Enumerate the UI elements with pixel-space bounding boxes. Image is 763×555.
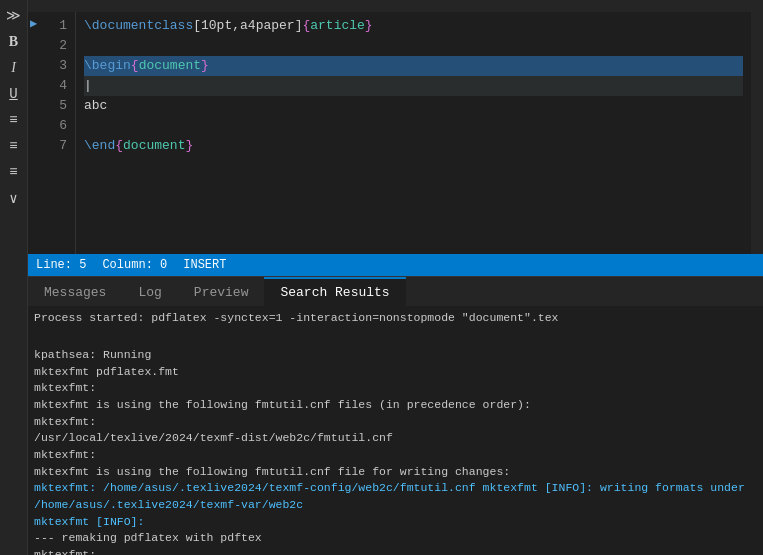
- status-column: Column: 0: [102, 258, 167, 272]
- sidebar-icon-list3[interactable]: ≡: [3, 161, 25, 183]
- sidebar-icon-bold[interactable]: B: [3, 31, 25, 53]
- sidebar-icon-double-arrow[interactable]: ≫: [3, 4, 25, 27]
- tab-messages[interactable]: Messages: [28, 277, 122, 306]
- code-line-1: \documentclass[10pt,a4paper]{article}: [84, 16, 743, 36]
- tab-search-results[interactable]: Search Results: [264, 277, 405, 306]
- output-line-9: mktexfmt: /home/asus/.texlive2024/texmf-…: [34, 480, 757, 513]
- output-panel[interactable]: Process started: pdflatex -synctex=1 -in…: [28, 306, 763, 556]
- line-numbers: 1 2 3 4 5 6 7: [44, 12, 76, 254]
- sidebar-icon-italic[interactable]: I: [3, 57, 25, 79]
- code-line-4: |: [84, 76, 743, 96]
- code-line-5: abc: [84, 96, 743, 116]
- output-line-3: mktexfmt:: [34, 380, 757, 397]
- code-line-7: \end{document}: [84, 136, 743, 156]
- output-line-7: mktexfmt:: [34, 447, 757, 464]
- editor-row: ≫ B I U ≡ ≡ ≡ ∨ ▶ 1 2 3 4 5 6 7: [0, 0, 763, 555]
- editor-content[interactable]: ▶ 1 2 3 4 5 6 7 \documentclass[10pt,a4pa…: [28, 12, 763, 254]
- left-sidebar: ≫ B I U ≡ ≡ ≡ ∨: [0, 0, 28, 555]
- tab-log[interactable]: Log: [122, 277, 177, 306]
- sidebar-icon-list2[interactable]: ≡: [3, 135, 25, 157]
- output-line-4: mktexfmt is using the following fmtutil.…: [34, 397, 757, 414]
- editor-area: ▶ 1 2 3 4 5 6 7 \documentclass[10pt,a4pa…: [28, 0, 763, 555]
- token-end: \end: [84, 136, 115, 156]
- tab-bar: Messages Log Preview Search Results: [28, 276, 763, 306]
- output-line-11: --- remaking pdflatex with pdftex: [34, 530, 757, 547]
- output-line-1: kpathsea: Running: [34, 347, 757, 364]
- output-line-12: mktexfmt:: [34, 547, 757, 555]
- output-line-8: mktexfmt is using the following fmtutil.…: [34, 464, 757, 481]
- sidebar-icon-underline[interactable]: U: [3, 83, 25, 105]
- tab-preview[interactable]: Preview: [178, 277, 265, 306]
- status-line: Line: 5: [36, 258, 86, 272]
- code-line-6: [84, 116, 743, 136]
- output-line-2: mktexfmt pdflatex.fmt: [34, 364, 757, 381]
- token-documentclass: \documentclass: [84, 16, 193, 36]
- output-line-10: mktexfmt [INFO]:: [34, 514, 757, 531]
- output-line-0: [34, 330, 757, 347]
- process-started-line: Process started: pdflatex -synctex=1 -in…: [34, 310, 757, 327]
- output-line-5: mktexfmt:: [34, 414, 757, 431]
- sidebar-icon-list1[interactable]: ≡: [3, 109, 25, 131]
- editor-gutter: ▶: [28, 12, 44, 254]
- code-editor[interactable]: \documentclass[10pt,a4paper]{article} \b…: [76, 12, 751, 254]
- fold-arrow[interactable]: ▶: [30, 16, 37, 31]
- output-line-6: /usr/local/texlive/2024/texmf-dist/web2c…: [34, 430, 757, 447]
- status-mode: INSERT: [183, 258, 226, 272]
- sidebar-icon-chevron[interactable]: ∨: [3, 187, 25, 210]
- token-begin: \begin: [84, 56, 131, 76]
- right-scrollbar[interactable]: [751, 12, 763, 254]
- top-scrollbar[interactable]: [28, 0, 763, 12]
- code-line-2: [84, 36, 743, 56]
- code-line-3: \begin{document}: [84, 56, 743, 76]
- status-bar: Line: 5 Column: 0 INSERT: [28, 254, 763, 276]
